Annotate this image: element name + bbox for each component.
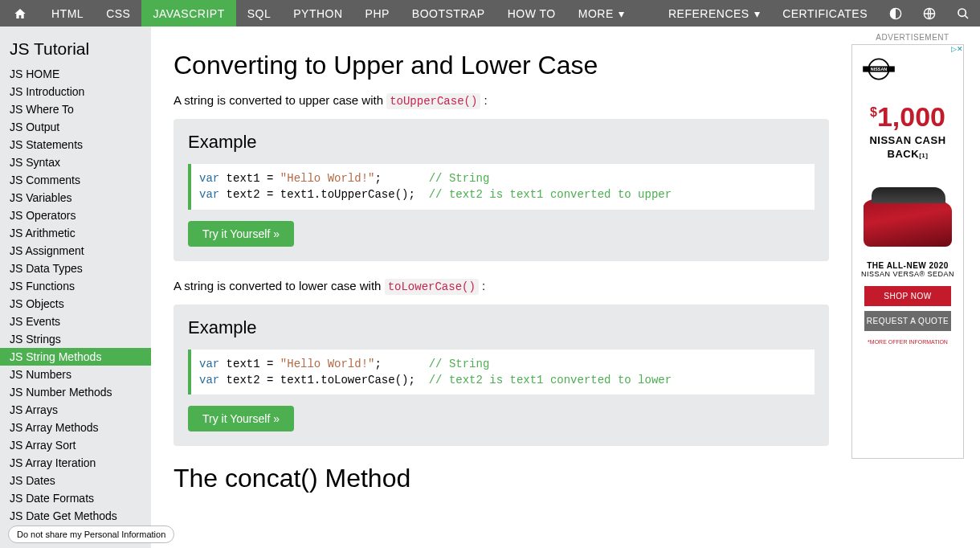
code-block: var text1 = "Hello World!"; // String va… bbox=[188, 164, 815, 210]
text: : bbox=[480, 93, 487, 107]
adchoices-icon[interactable]: ▷✕ bbox=[951, 45, 963, 53]
example-heading: Example bbox=[188, 132, 815, 153]
nav-sql[interactable]: SQL bbox=[236, 0, 283, 27]
sidebar-item[interactable]: JS Operators bbox=[0, 207, 151, 224]
nav-bootstrap[interactable]: BOOTSTRAP bbox=[401, 0, 496, 27]
ad-sub: NISSAN CASH bbox=[857, 134, 958, 146]
example-heading: Example bbox=[188, 317, 815, 338]
text: A string is converted to lower case with bbox=[174, 279, 385, 292]
sidebar-item[interactable]: JS Array Methods bbox=[0, 419, 151, 436]
top-nav: HTML CSS JAVASCRIPT SQL PYTHON PHP BOOTS… bbox=[0, 0, 980, 27]
sidebar-item[interactable]: JS Output bbox=[0, 118, 151, 136]
ad-price-value: 1,000 bbox=[877, 101, 945, 132]
sidebar-item[interactable]: JS Comments bbox=[0, 171, 151, 189]
svg-point-2 bbox=[958, 9, 966, 16]
ad-quote-button[interactable]: REQUEST A QUOTE bbox=[864, 311, 951, 331]
search-icon[interactable] bbox=[946, 0, 980, 27]
sidebar-item[interactable]: JS Date Get Methods bbox=[0, 507, 151, 525]
ad-sub2: BACK[1] bbox=[857, 148, 958, 160]
nav-references[interactable]: REFERENCES▾ bbox=[657, 0, 771, 27]
nav-php[interactable]: PHP bbox=[354, 0, 401, 27]
sidebar-item[interactable]: JS Variables bbox=[0, 189, 151, 207]
sidebar-item[interactable]: JS Strings bbox=[0, 330, 151, 348]
nav-more[interactable]: MORE▾ bbox=[567, 0, 636, 27]
sidebar-item[interactable]: JS Functions bbox=[0, 277, 151, 295]
chevron-down-icon: ▾ bbox=[619, 7, 625, 20]
privacy-pill[interactable]: Do not share my Personal Information bbox=[8, 526, 174, 543]
try-it-button[interactable]: Try it Yourself » bbox=[188, 221, 294, 247]
sidebar-heading: JS Tutorial bbox=[0, 35, 151, 65]
sidebar-item[interactable]: JS Date Formats bbox=[0, 489, 151, 507]
sidebar-item[interactable]: JS Statements bbox=[0, 136, 151, 153]
ad-shop-button[interactable]: SHOP NOW bbox=[864, 286, 951, 306]
advertisement[interactable]: ▷✕ NISSAN $1,000 NISSAN CASH BACK[1] THE… bbox=[851, 44, 964, 459]
nav-more-label: MORE bbox=[578, 7, 614, 20]
sidebar-item[interactable]: JS Introduction bbox=[0, 83, 151, 100]
text: A string is converted to upper case with bbox=[174, 93, 386, 107]
sidebar-item[interactable]: JS Where To bbox=[0, 100, 151, 118]
ad-footnote: *MORE OFFER INFORMATION bbox=[857, 339, 958, 345]
sidebar-item[interactable]: JS Number Methods bbox=[0, 383, 151, 401]
ad-currency: $ bbox=[870, 105, 877, 119]
ad-price: $1,000 bbox=[857, 101, 958, 133]
nav-css[interactable]: CSS bbox=[95, 0, 141, 27]
sidebar-item[interactable]: JS Numbers bbox=[0, 366, 151, 383]
ad-column: ADVERTISEMENT ▷✕ NISSAN $1,000 NISSAN CA… bbox=[851, 27, 980, 548]
ad-tagline2: NISSAN VERSA® SEDAN bbox=[857, 270, 958, 278]
example-box-upper: Example var text1 = "Hello World!"; // S… bbox=[174, 119, 829, 261]
nav-references-label: REFERENCES bbox=[668, 7, 749, 20]
try-it-button[interactable]: Try it Yourself » bbox=[188, 406, 294, 431]
code-block: var text1 = "Hello World!"; // String va… bbox=[188, 350, 815, 395]
sidebar-item[interactable]: JS Assignment bbox=[0, 242, 151, 260]
section-heading-concat: The concat() Method bbox=[174, 464, 829, 493]
code-inline: toUpperCase() bbox=[386, 93, 480, 109]
sidebar-item[interactable]: JS Objects bbox=[0, 295, 151, 313]
example-box-lower: Example var text1 = "Hello World!"; // S… bbox=[174, 305, 829, 447]
nav-python[interactable]: PYTHON bbox=[282, 0, 353, 27]
main-content: Converting to Upper and Lower Case A str… bbox=[151, 27, 851, 548]
code-inline: toLowerCase() bbox=[385, 279, 479, 295]
theme-toggle-icon[interactable] bbox=[879, 0, 913, 27]
sidebar-item[interactable]: JS Array Iteration bbox=[0, 454, 151, 472]
home-icon[interactable] bbox=[0, 0, 40, 27]
sidebar-item[interactable]: JS Events bbox=[0, 313, 151, 330]
sidebar: JS Tutorial JS HOME JS Introduction JS W… bbox=[0, 27, 151, 548]
intro-upper: A string is converted to upper case with… bbox=[174, 93, 829, 108]
text: : bbox=[479, 279, 485, 292]
sidebar-item[interactable]: JS Arithmetic bbox=[0, 224, 151, 242]
chevron-down-icon: ▾ bbox=[754, 7, 761, 20]
sidebar-item-current[interactable]: JS String Methods bbox=[0, 348, 151, 366]
nav-html[interactable]: HTML bbox=[40, 0, 95, 27]
globe-icon[interactable] bbox=[913, 0, 946, 27]
ad-label: ADVERTISEMENT bbox=[851, 33, 974, 42]
page-title: Converting to Upper and Lower Case bbox=[174, 51, 829, 80]
sidebar-item[interactable]: JS Syntax bbox=[0, 153, 151, 171]
car-image-icon bbox=[864, 198, 952, 247]
sidebar-item[interactable]: JS HOME bbox=[0, 65, 151, 83]
intro-lower: A string is converted to lower case with… bbox=[174, 279, 829, 293]
sidebar-item[interactable]: JS Data Types bbox=[0, 260, 151, 277]
sidebar-item[interactable]: JS Array Sort bbox=[0, 436, 151, 454]
ad-tagline: THE ALL-NEW 2020 bbox=[857, 261, 958, 270]
sidebar-item[interactable]: JS Arrays bbox=[0, 401, 151, 419]
nav-javascript[interactable]: JAVASCRIPT bbox=[141, 0, 235, 27]
sidebar-item[interactable]: JS Dates bbox=[0, 472, 151, 489]
nissan-logo-icon: NISSAN bbox=[857, 55, 958, 84]
nav-certificates[interactable]: CERTIFICATES bbox=[771, 0, 879, 27]
svg-text:NISSAN: NISSAN bbox=[871, 67, 887, 72]
nav-howto[interactable]: HOW TO bbox=[496, 0, 567, 27]
